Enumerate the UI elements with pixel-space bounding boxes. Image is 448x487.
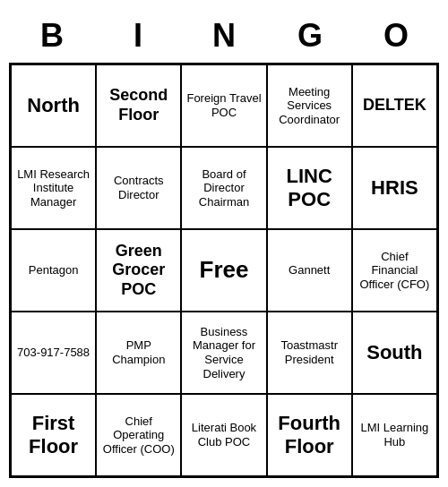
cell-r3-c4: South bbox=[352, 312, 437, 394]
cell-r2-c1: Green Grocer POC bbox=[96, 229, 181, 312]
cell-r4-c3: Fourth Floor bbox=[267, 394, 352, 476]
cell-r1-c3: LINC POC bbox=[267, 147, 352, 229]
header-letter-o: O bbox=[353, 9, 439, 63]
bingo-grid: NorthSecond FloorForeign Travel POCMeeti… bbox=[9, 63, 439, 478]
cell-r2-c4: Chief Financial Officer (CFO) bbox=[352, 229, 437, 312]
cell-r2-c2: Free bbox=[181, 229, 266, 312]
cell-r3-c1: PMP Champion bbox=[96, 312, 181, 394]
cell-r0-c1: Second Floor bbox=[96, 64, 181, 147]
bingo-header: BINGO bbox=[9, 9, 439, 63]
cell-r3-c0: 703-917-7588 bbox=[11, 312, 96, 394]
header-letter-n: N bbox=[181, 9, 267, 63]
cell-r3-c3: Toastmastr President bbox=[267, 312, 352, 394]
header-letter-b: B bbox=[9, 9, 95, 63]
cell-r3-c2: Business Manager for Service Delivery bbox=[181, 312, 266, 394]
cell-r4-c4: LMI Learning Hub bbox=[352, 394, 437, 476]
cell-r1-c4: HRIS bbox=[352, 147, 437, 229]
cell-r1-c0: LMI Research Institute Manager bbox=[11, 147, 96, 229]
cell-r4-c0: First Floor bbox=[11, 394, 96, 476]
cell-r0-c0: North bbox=[11, 64, 96, 147]
header-letter-i: I bbox=[95, 9, 181, 63]
cell-r0-c4: DELTEK bbox=[352, 64, 437, 147]
cell-r4-c1: Chief Operating Officer (COO) bbox=[96, 394, 181, 476]
cell-r2-c3: Gannett bbox=[267, 229, 352, 312]
cell-r1-c1: Contracts Director bbox=[96, 147, 181, 229]
cell-r4-c2: Literati Book Club POC bbox=[181, 394, 266, 476]
bingo-card: BINGO NorthSecond FloorForeign Travel PO… bbox=[9, 9, 439, 478]
cell-r0-c3: Meeting Services Coordinator bbox=[267, 64, 352, 147]
cell-r2-c0: Pentagon bbox=[11, 229, 96, 312]
header-letter-g: G bbox=[267, 9, 353, 63]
cell-r1-c2: Board of Director Chairman bbox=[181, 147, 266, 229]
cell-r0-c2: Foreign Travel POC bbox=[181, 64, 266, 147]
